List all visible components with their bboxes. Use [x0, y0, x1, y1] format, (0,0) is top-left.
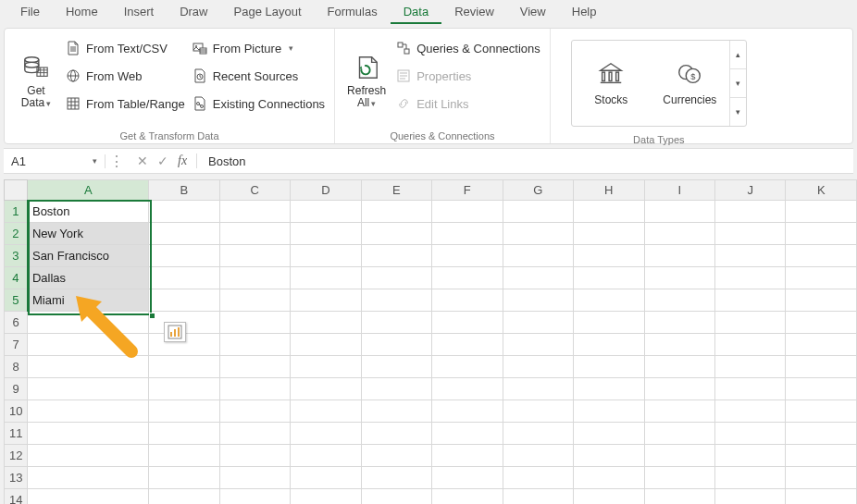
- cell-J5[interactable]: [715, 289, 786, 312]
- cell-E14[interactable]: [361, 489, 431, 505]
- cell-C2[interactable]: [219, 223, 291, 245]
- cell-F2[interactable]: [432, 223, 503, 245]
- cell-K3[interactable]: [786, 245, 857, 267]
- row-header-7[interactable]: 7: [5, 334, 28, 356]
- cell-E4[interactable]: [361, 267, 431, 289]
- formula-input[interactable]: Boston: [197, 154, 853, 168]
- cell-C14[interactable]: [219, 489, 291, 505]
- cell-C12[interactable]: [219, 445, 291, 467]
- cell-K7[interactable]: [786, 334, 857, 356]
- cell-K14[interactable]: [786, 489, 857, 505]
- cell-H9[interactable]: [574, 378, 645, 400]
- cell-J4[interactable]: [715, 267, 786, 289]
- cell-K5[interactable]: [786, 289, 857, 312]
- cell-G6[interactable]: [503, 312, 574, 334]
- tab-file[interactable]: File: [7, 2, 53, 24]
- recent-sources-button[interactable]: Recent Sources: [193, 64, 325, 88]
- vdots-icon[interactable]: ⋮: [106, 153, 128, 170]
- cell-C10[interactable]: [219, 400, 291, 423]
- col-header-B[interactable]: B: [149, 180, 219, 201]
- existing-connections-button[interactable]: Existing Connections: [193, 92, 325, 116]
- cell-G13[interactable]: [503, 467, 574, 489]
- cell-H5[interactable]: [574, 289, 645, 312]
- cell-F10[interactable]: [432, 400, 503, 423]
- cell-F6[interactable]: [432, 312, 503, 334]
- cell-I4[interactable]: [644, 267, 714, 289]
- cell-B2[interactable]: [149, 223, 219, 245]
- cell-H14[interactable]: [574, 489, 645, 505]
- queries-connections-button[interactable]: Queries & Connections: [396, 36, 540, 60]
- cell-D6[interactable]: [291, 312, 362, 334]
- cell-J8[interactable]: [715, 356, 786, 378]
- cell-K13[interactable]: [786, 467, 857, 489]
- cell-K4[interactable]: [786, 267, 857, 289]
- cell-J11[interactable]: [715, 423, 786, 445]
- row-header-14[interactable]: 14: [5, 489, 28, 505]
- cell-D11[interactable]: [291, 423, 362, 445]
- properties-button[interactable]: Properties: [396, 64, 540, 88]
- cell-D9[interactable]: [291, 378, 362, 400]
- cell-E9[interactable]: [361, 378, 431, 400]
- quick-analysis-button[interactable]: [164, 322, 186, 342]
- tab-home[interactable]: Home: [53, 2, 111, 24]
- cell-H1[interactable]: [574, 201, 645, 223]
- cell-C1[interactable]: [219, 201, 291, 223]
- from-picture-button[interactable]: From Picture▾: [193, 36, 325, 60]
- cell-H2[interactable]: [574, 223, 645, 245]
- scroll-more-icon[interactable]: ▾: [730, 98, 746, 126]
- cell-C4[interactable]: [219, 267, 291, 289]
- cell-A11[interactable]: [28, 423, 149, 445]
- cell-A9[interactable]: [28, 378, 149, 400]
- col-header-J[interactable]: J: [715, 180, 786, 201]
- cell-B11[interactable]: [149, 423, 219, 445]
- cell-A7[interactable]: [28, 334, 149, 356]
- cell-H4[interactable]: [574, 267, 645, 289]
- row-header-11[interactable]: 11: [5, 423, 28, 445]
- cell-A3[interactable]: San Francisco: [28, 245, 149, 267]
- row-header-6[interactable]: 6: [5, 312, 28, 334]
- enter-icon[interactable]: ✓: [157, 154, 168, 168]
- cell-D4[interactable]: [291, 267, 362, 289]
- cell-I6[interactable]: [644, 312, 714, 334]
- tab-help[interactable]: Help: [559, 2, 610, 24]
- cell-J3[interactable]: [715, 245, 786, 267]
- col-header-C[interactable]: C: [219, 180, 291, 201]
- cell-B5[interactable]: [149, 289, 219, 312]
- cell-C9[interactable]: [219, 378, 291, 400]
- cell-I9[interactable]: [644, 378, 714, 400]
- cell-J9[interactable]: [715, 378, 786, 400]
- cell-B4[interactable]: [149, 267, 219, 289]
- from-text-csv-button[interactable]: From Text/CSV: [66, 36, 185, 60]
- col-header-E[interactable]: E: [361, 180, 431, 201]
- cell-J7[interactable]: [715, 334, 786, 356]
- cell-B1[interactable]: [149, 201, 219, 223]
- cell-F1[interactable]: [432, 201, 503, 223]
- cell-A12[interactable]: [28, 445, 149, 467]
- cell-C13[interactable]: [219, 467, 291, 489]
- cell-C7[interactable]: [219, 334, 291, 356]
- col-header-K[interactable]: K: [786, 180, 857, 201]
- row-header-3[interactable]: 3: [5, 245, 28, 267]
- refresh-all-button[interactable]: Refresh All▾: [344, 34, 389, 129]
- cell-A13[interactable]: [28, 467, 149, 489]
- chevron-down-icon[interactable]: ▾: [93, 156, 97, 166]
- tab-page-layout[interactable]: Page Layout: [221, 2, 315, 24]
- col-header-A[interactable]: A: [28, 180, 149, 201]
- cell-I13[interactable]: [644, 467, 714, 489]
- cell-A14[interactable]: [28, 489, 149, 505]
- cell-G1[interactable]: [503, 201, 574, 223]
- cell-E7[interactable]: [361, 334, 431, 356]
- cell-C3[interactable]: [219, 245, 291, 267]
- cell-G5[interactable]: [503, 289, 574, 312]
- cell-K12[interactable]: [786, 445, 857, 467]
- col-header-D[interactable]: D: [291, 180, 362, 201]
- tab-draw[interactable]: Draw: [167, 2, 220, 24]
- tab-view[interactable]: View: [507, 2, 559, 24]
- cell-J14[interactable]: [715, 489, 786, 505]
- cell-I2[interactable]: [644, 223, 714, 245]
- cell-C5[interactable]: [219, 289, 291, 312]
- cell-G9[interactable]: [503, 378, 574, 400]
- cell-A1[interactable]: Boston: [28, 201, 149, 223]
- cell-E3[interactable]: [361, 245, 431, 267]
- cell-B8[interactable]: [149, 356, 219, 378]
